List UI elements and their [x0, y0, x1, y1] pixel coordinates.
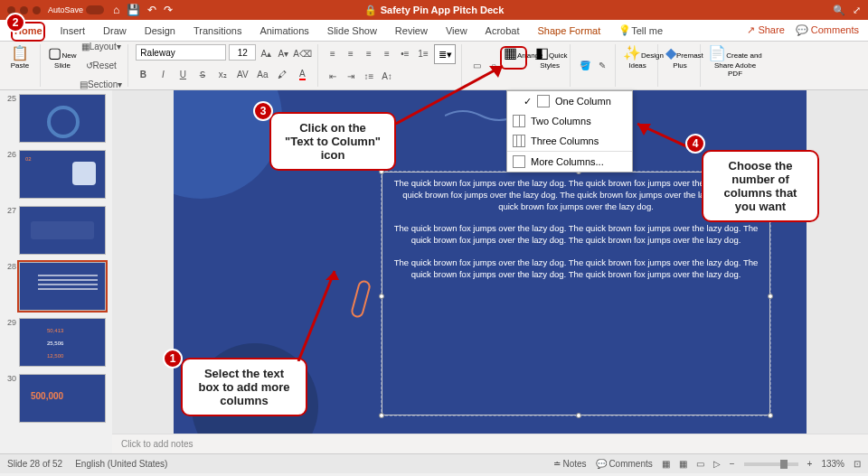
callout-1: Select the text box to add more columns [181, 358, 307, 416]
ribbon-tabs: Home Insert Draw Design Transitions Anim… [0, 20, 868, 42]
workspace: 25 2602 27 28 2950,41325,50612,500 30500… [0, 90, 868, 453]
clear-format-icon[interactable]: A⌫ [293, 44, 312, 62]
lock-icon: 🔒 [364, 5, 377, 16]
subscript-button[interactable]: x₂ [215, 65, 230, 83]
thumb-25[interactable] [19, 94, 106, 143]
font-family-select[interactable]: Raleway [136, 44, 226, 61]
line-spacing-icon[interactable]: ↕≡ [362, 67, 376, 85]
quick-styles-button[interactable]: ◧Quick Styles [535, 44, 564, 88]
svg-marker-1 [326, 271, 339, 280]
window-minimize[interactable] [20, 6, 28, 14]
autosave-toggle[interactable] [86, 5, 104, 14]
callout-3: Click on the "Text to Column" icon [269, 112, 396, 171]
expand-icon[interactable]: ⤢ [853, 5, 861, 16]
svg-line-0 [298, 271, 335, 361]
one-column-option[interactable]: ✓ One Column [507, 91, 632, 111]
tab-transitions[interactable]: Transitions [184, 20, 250, 41]
new-slide-button[interactable]: ▢New Slide [48, 44, 77, 88]
language-status[interactable]: English (United States) [75, 459, 167, 469]
spacing-button[interactable]: AV [235, 65, 250, 83]
status-bar: Slide 28 of 52 English (United States) ≐… [0, 453, 868, 473]
paste-button[interactable]: 📋Paste [5, 44, 34, 88]
anno-ring-columns [500, 46, 527, 70]
tab-acrobat[interactable]: Acrobat [476, 20, 529, 41]
shape-fill-icon[interactable]: 🪣 [578, 57, 592, 75]
italic-button[interactable]: I [156, 65, 170, 83]
anno-badge-4: 4 [685, 134, 705, 154]
bullets-icon[interactable]: •≡ [398, 44, 412, 62]
tab-slideshow[interactable]: Slide Show [318, 20, 386, 41]
qat-home-icon[interactable]: ⌂ [113, 4, 119, 16]
tab-draw[interactable]: Draw [94, 20, 136, 41]
premast-button[interactable]: ◆Premast Plus [665, 44, 694, 88]
callout-4: Choose the number of columns that you wa… [702, 150, 819, 222]
underline-button[interactable]: U [175, 65, 190, 83]
fit-icon[interactable]: ⊡ [854, 459, 861, 469]
decrease-indent-icon[interactable]: ⇤ [326, 67, 340, 85]
share-button[interactable]: ↗ Share [747, 24, 784, 36]
slide-counter: Slide 28 of 52 [7, 459, 62, 469]
normal-view-icon[interactable]: ▦ [662, 459, 670, 469]
pin-graphic [350, 279, 372, 319]
thumb-29[interactable]: 50,41325,50612,500 [19, 318, 106, 367]
search-icon[interactable]: 🔍 [833, 5, 845, 16]
tab-shape-format[interactable]: Shape Format [529, 20, 610, 41]
shape-outline-icon[interactable]: ✎ [595, 57, 609, 75]
autosave-label: AutoSave [48, 5, 83, 14]
comments-button[interactable]: 💬 Comments [796, 24, 859, 36]
strike-button[interactable]: S̶ [195, 65, 210, 83]
align-right-icon[interactable]: ≡ [362, 44, 376, 62]
justify-icon[interactable]: ≡ [380, 44, 394, 62]
reading-view-icon[interactable]: ▭ [696, 459, 704, 469]
adobe-pdf-button[interactable]: 📄Create and Share Adobe PDF [708, 44, 762, 88]
tab-animations[interactable]: Animations [250, 20, 317, 41]
case-button[interactable]: Aa [255, 65, 269, 83]
bold-button[interactable]: B [136, 65, 150, 83]
align-left-icon[interactable]: ≡ [326, 44, 340, 62]
zoom-percent[interactable]: 133% [821, 459, 844, 469]
sorter-view-icon[interactable]: ▦ [679, 459, 687, 469]
anno-badge-1: 1 [163, 349, 183, 369]
two-columns-option[interactable]: Two Columns [507, 111, 632, 131]
para-2[interactable]: The quick brown fox jumps over the lazy … [382, 218, 769, 252]
tab-review[interactable]: Review [386, 20, 437, 41]
zoom-in[interactable]: + [807, 459, 813, 469]
align-center-icon[interactable]: ≡ [344, 44, 358, 62]
slideshow-view-icon[interactable]: ▷ [713, 459, 721, 469]
thumb-27[interactable] [19, 206, 106, 255]
font-size-select[interactable]: 12 [229, 44, 256, 61]
design-ideas-button[interactable]: ✨Design Ideas [623, 44, 652, 88]
decrease-font-icon[interactable]: A▾ [276, 44, 290, 62]
tab-design[interactable]: Design [136, 20, 184, 41]
zoom-slider[interactable] [744, 462, 798, 466]
tell-me[interactable]: 💡 Tell me [609, 20, 672, 41]
numbering-icon[interactable]: 1≡ [416, 44, 430, 62]
increase-font-icon[interactable]: A▴ [259, 44, 273, 62]
qat-save-icon[interactable]: 💾 [127, 4, 140, 16]
highlight-button[interactable]: 🖍 [275, 65, 289, 83]
text-direction-icon[interactable]: A↕ [380, 67, 394, 85]
font-color-button[interactable]: A [295, 65, 309, 83]
anno-badge-2: 2 [5, 13, 25, 33]
increase-indent-icon[interactable]: ⇥ [344, 67, 358, 85]
thumb-30[interactable]: 500,000 [19, 374, 106, 423]
window-zoom[interactable] [33, 6, 41, 14]
para-3[interactable]: The quick brown fox jumps over the lazy … [382, 252, 769, 286]
tab-insert[interactable]: Insert [52, 20, 95, 41]
doc-title: Safety Pin App Pitch Deck [381, 5, 505, 15]
reset-button[interactable]: ↺ Reset [80, 57, 122, 75]
qat-redo-icon[interactable]: ↷ [164, 4, 173, 16]
svg-line-2 [394, 66, 503, 125]
three-columns-option[interactable]: Three Columns [507, 131, 632, 151]
qat-undo-icon[interactable]: ↶ [147, 4, 156, 16]
notes-pane[interactable]: Click to add notes [112, 434, 868, 453]
more-columns-option[interactable]: More Columns... [507, 151, 632, 172]
notes-toggle[interactable]: ≐ Notes [553, 459, 587, 469]
anno-badge-3: 3 [253, 101, 273, 121]
comments-toggle[interactable]: 💬 Comments [596, 459, 653, 469]
slide-thumbnails[interactable]: 25 2602 27 28 2950,41325,50612,500 30500… [0, 90, 112, 453]
zoom-out[interactable]: − [730, 459, 735, 469]
thumb-28[interactable] [19, 262, 106, 311]
tab-view[interactable]: View [437, 20, 476, 41]
thumb-26[interactable]: 02 [19, 150, 106, 199]
